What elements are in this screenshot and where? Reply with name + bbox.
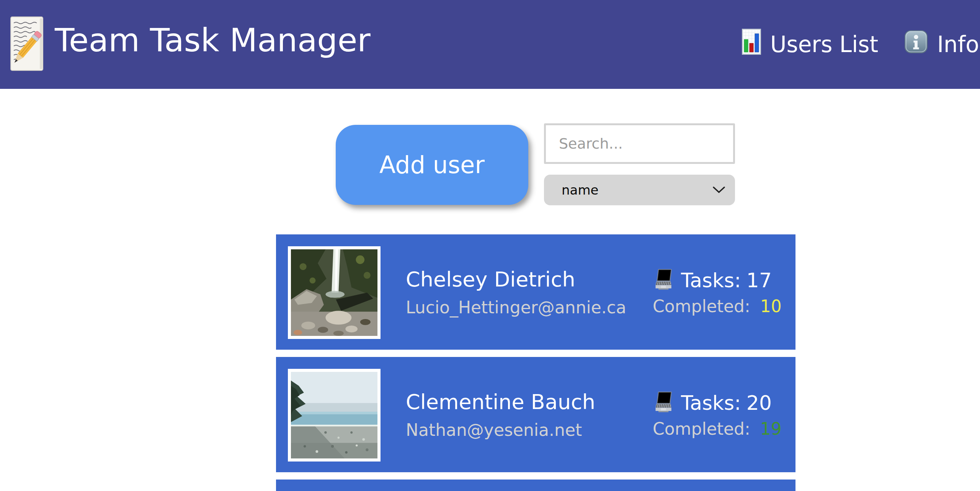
- page-title: Team Task Manager: [55, 0, 371, 80]
- completed-label: Completed:: [653, 296, 750, 316]
- nav-information-label: Information: [937, 31, 980, 57]
- tasks-value: 20: [746, 391, 772, 414]
- completed-value: 10: [760, 296, 782, 316]
- nav-information[interactable]: Information: [904, 0, 980, 89]
- app-header: Team Task Manager: [0, 0, 980, 89]
- beach-photo: [291, 372, 377, 458]
- sort-select[interactable]: name: [544, 175, 735, 205]
- sort-select-wrap: name: [544, 175, 735, 205]
- user-stats: Tasks: 20 Completed: 19: [653, 391, 794, 438]
- user-card-partial[interactable]: [276, 480, 795, 491]
- user-email: Nathan@yesenia.net: [406, 420, 595, 440]
- nav-users-list-label: Users List: [770, 31, 878, 57]
- users-list: Chelsey Dietrich Lucio_Hettinger@annie.c…: [276, 234, 795, 491]
- user-name: Chelsey Dietrich: [406, 267, 626, 291]
- tasks-label: Tasks:: [681, 391, 741, 414]
- app-root: Team Task Manager: [0, 0, 980, 491]
- user-avatar: [288, 369, 381, 462]
- nav-users-list[interactable]: Users List: [742, 0, 878, 89]
- bar-chart-icon: [742, 29, 761, 60]
- search-input[interactable]: [544, 123, 735, 164]
- user-stats: Tasks: 17 Completed: 10: [653, 268, 794, 316]
- user-card[interactable]: Clementine Bauch Nathan@yesenia.net: [276, 357, 795, 472]
- laptop-icon: [653, 391, 676, 414]
- tasks-label: Tasks:: [681, 268, 741, 291]
- laptop-icon: [653, 268, 676, 291]
- tasks-value: 17: [746, 268, 772, 291]
- user-avatar: [288, 246, 381, 339]
- waterfall-photo: [291, 249, 377, 336]
- user-email: Lucio_Hettinger@annie.ca: [406, 298, 626, 317]
- add-user-button[interactable]: Add user: [336, 125, 528, 205]
- info-icon: [904, 29, 928, 59]
- user-card[interactable]: Chelsey Dietrich Lucio_Hettinger@annie.c…: [276, 234, 795, 350]
- user-name: Clementine Bauch: [406, 390, 595, 414]
- completed-value: 19: [760, 419, 782, 438]
- completed-label: Completed:: [653, 419, 750, 438]
- user-info: Chelsey Dietrich Lucio_Hettinger@annie.c…: [406, 267, 626, 317]
- user-info: Clementine Bauch Nathan@yesenia.net: [406, 390, 595, 440]
- memo-logo-icon: [9, 15, 44, 72]
